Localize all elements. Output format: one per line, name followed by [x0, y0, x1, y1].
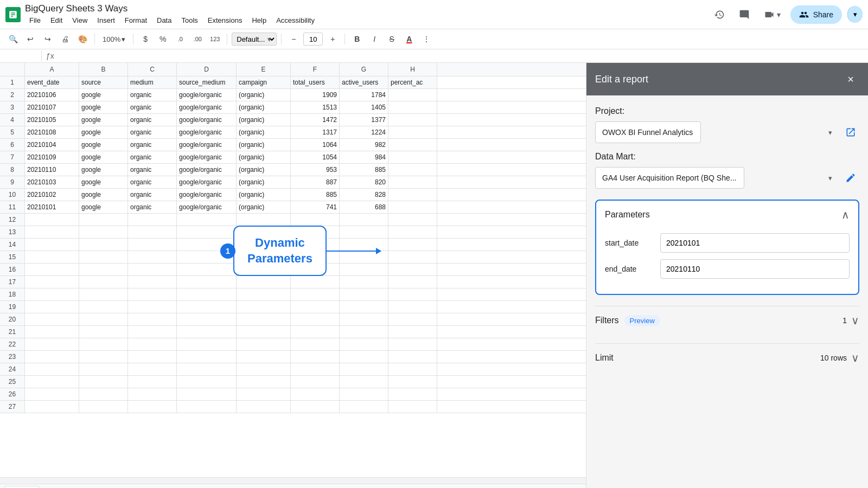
cell[interactable]: (organic)	[237, 176, 291, 188]
history-icon[interactable]	[710, 5, 729, 24]
col-header-b[interactable]: B	[79, 63, 128, 76]
cell[interactable]	[237, 288, 291, 300]
cell[interactable]	[177, 326, 237, 338]
cell[interactable]	[237, 276, 291, 288]
redo-icon[interactable]: ↪	[40, 31, 55, 47]
cell[interactable]: 20210109	[25, 151, 79, 163]
cell[interactable]	[291, 288, 340, 300]
cell[interactable]: organic	[128, 114, 177, 126]
cell[interactable]: 1909	[291, 89, 340, 101]
cell[interactable]	[291, 214, 340, 226]
cell[interactable]: google	[79, 126, 128, 138]
share-button[interactable]: Share	[790, 5, 842, 24]
share-dropdown-button[interactable]: ▾	[847, 6, 863, 23]
cell-f1[interactable]: total_users	[291, 76, 340, 88]
cell[interactable]	[388, 189, 437, 201]
video-call-icon[interactable]: ▾	[760, 5, 785, 24]
cell[interactable]	[128, 351, 177, 363]
cell[interactable]	[79, 264, 128, 275]
cell[interactable]	[291, 251, 340, 263]
cell[interactable]: google/organic	[177, 189, 237, 201]
cell[interactable]	[388, 201, 437, 213]
cell[interactable]: google/organic	[177, 89, 237, 101]
cell[interactable]	[388, 214, 437, 226]
cell[interactable]	[79, 376, 128, 388]
cell[interactable]: (organic)	[237, 114, 291, 126]
cell[interactable]: 820	[340, 176, 388, 188]
row-num[interactable]: 5	[0, 126, 25, 138]
row-num[interactable]: 8	[0, 164, 25, 176]
cell[interactable]	[79, 388, 128, 400]
cell[interactable]	[177, 226, 237, 238]
cell[interactable]	[128, 376, 177, 388]
cell[interactable]	[388, 151, 437, 163]
cell[interactable]	[291, 313, 340, 325]
cell[interactable]: 20210108	[25, 126, 79, 138]
font-size-increase[interactable]: +	[325, 31, 340, 47]
cell[interactable]	[388, 139, 437, 151]
cell[interactable]: google	[79, 101, 128, 113]
cell[interactable]	[79, 338, 128, 350]
cell[interactable]: google	[79, 151, 128, 163]
parameters-collapse-button[interactable]: ∧	[841, 208, 850, 221]
cell[interactable]	[128, 401, 177, 413]
cell[interactable]	[25, 288, 79, 300]
cell[interactable]	[388, 401, 437, 413]
cell[interactable]	[340, 251, 388, 263]
col-header-e[interactable]: E	[237, 63, 291, 76]
cell[interactable]	[25, 338, 79, 350]
cell[interactable]	[79, 351, 128, 363]
cell[interactable]: 688	[340, 201, 388, 213]
cell[interactable]	[388, 176, 437, 188]
row-num[interactable]: 22	[0, 338, 25, 350]
cell[interactable]	[388, 89, 437, 101]
cell[interactable]: 1064	[291, 139, 340, 151]
cell[interactable]: 20210101	[25, 201, 79, 213]
cell[interactable]	[25, 376, 79, 388]
cell-c1[interactable]: medium	[128, 76, 177, 88]
cell[interactable]	[79, 276, 128, 288]
cell[interactable]	[237, 388, 291, 400]
preview-badge[interactable]: Preview	[624, 315, 660, 326]
project-select[interactable]: OWOX BI Funnel Analytics	[595, 121, 701, 143]
limit-expand-button[interactable]: ∨	[851, 351, 859, 364]
cell[interactable]: 1472	[291, 114, 340, 126]
cell[interactable]	[79, 326, 128, 338]
cell[interactable]	[340, 313, 388, 325]
cell-h1[interactable]: percent_ac	[388, 76, 437, 88]
cell[interactable]: google	[79, 176, 128, 188]
cell[interactable]	[340, 214, 388, 226]
font-size-decrease[interactable]: −	[286, 31, 301, 47]
cell-b1[interactable]: source	[79, 76, 128, 88]
cell-e1[interactable]: campaign	[237, 76, 291, 88]
cell[interactable]	[177, 214, 237, 226]
row-num[interactable]: 25	[0, 376, 25, 388]
cell[interactable]: (organic)	[237, 89, 291, 101]
cell[interactable]	[340, 226, 388, 238]
cell[interactable]	[340, 301, 388, 313]
cell[interactable]: 984	[340, 151, 388, 163]
row-num[interactable]: 17	[0, 276, 25, 288]
menu-extensions[interactable]: Extensions	[203, 15, 247, 25]
cell[interactable]	[340, 388, 388, 400]
cell[interactable]	[388, 363, 437, 375]
cell[interactable]	[25, 214, 79, 226]
sheet-tab[interactable]: Sheet1	[4, 486, 39, 488]
row-num[interactable]: 6	[0, 139, 25, 151]
horizontal-scrollbar[interactable]	[0, 477, 586, 484]
cell[interactable]: 741	[291, 201, 340, 213]
italic-button[interactable]: I	[367, 31, 382, 47]
cell[interactable]: organic	[128, 151, 177, 163]
cell[interactable]	[25, 351, 79, 363]
cell[interactable]	[25, 251, 79, 263]
cell[interactable]: (organic)	[237, 189, 291, 201]
cell[interactable]: 20210110	[25, 164, 79, 176]
panel-close-button[interactable]: ×	[842, 70, 859, 88]
cell[interactable]	[177, 388, 237, 400]
cell[interactable]	[388, 126, 437, 138]
cell[interactable]	[128, 363, 177, 375]
cell[interactable]	[128, 226, 177, 238]
print-icon[interactable]: 🖨	[58, 31, 73, 47]
zoom-control[interactable]: 100% ▾	[99, 31, 129, 47]
cell[interactable]	[177, 363, 237, 375]
